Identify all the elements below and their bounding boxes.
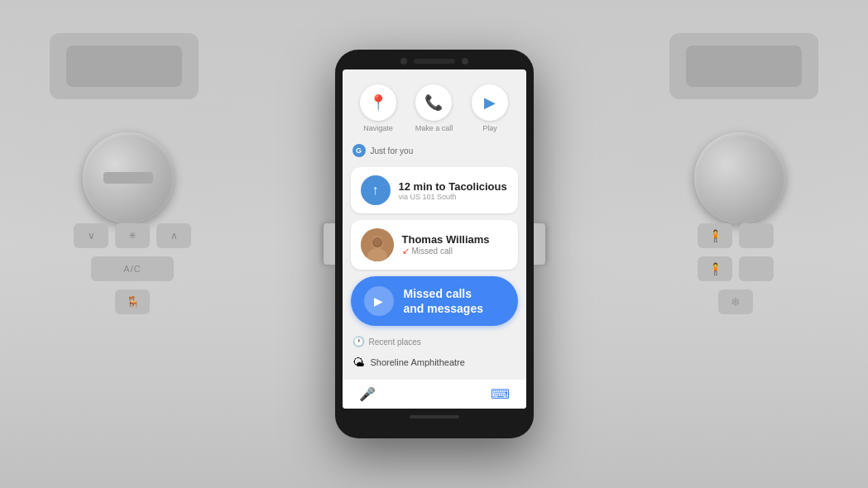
svg-point-4 <box>373 237 381 246</box>
person-icon-2: 🧍 <box>698 256 732 281</box>
nav-info: 12 min to Tacolicious via US 101 South <box>399 180 508 201</box>
ctrl-right-1[interactable] <box>739 223 774 248</box>
phone-mount: 📍 Navigate 📞 Make a call ▶ Play <box>335 50 534 438</box>
play-icon: ▶ <box>472 84 508 121</box>
missed-call-icon: ↙ <box>402 246 410 256</box>
nav-time: 12 min to Tacolicious <box>399 180 508 193</box>
keyboard-icon[interactable]: ⌨ <box>491 386 510 402</box>
avatar-image <box>361 228 394 261</box>
nav-route: via US 101 South <box>399 193 508 201</box>
missed-calls-button[interactable]: ▶ Missed calls and messages <box>351 276 518 326</box>
recent-place-name: Shoreline Amphitheatre <box>371 357 465 367</box>
call-button[interactable]: 📞 Make a call <box>415 84 453 132</box>
phone-screen: 📍 Navigate 📞 Make a call ▶ Play <box>343 69 526 409</box>
contact-info: Thomas Williams ↙ Missed call <box>402 233 508 256</box>
person-icon-1: 🧍 <box>698 223 732 248</box>
right-knob[interactable] <box>694 132 785 223</box>
microphone-icon[interactable]: 🎤 <box>359 386 376 402</box>
contact-status: ↙ Missed call <box>402 246 508 256</box>
right-controls: 🧍 🧍 ❄ <box>653 223 818 323</box>
fan-up-btn[interactable]: ∧ <box>156 223 191 248</box>
mount-clip-left <box>324 223 335 265</box>
recent-place-item[interactable]: 🌤 Shoreline Amphitheatre <box>352 352 516 372</box>
blue-play-icon: ▶ <box>364 286 394 316</box>
place-icon: 🌤 <box>352 356 364 369</box>
bottom-nav-bar: 🎤 ⌨ <box>343 379 526 409</box>
navigate-icon: 📍 <box>360 84 396 121</box>
navigation-card[interactable]: ↑ 12 min to Tacolicious via US 101 South <box>351 167 518 213</box>
phone-top-bar <box>338 58 530 65</box>
call-label: Make a call <box>415 124 453 132</box>
just-for-you-header: G Just for you <box>351 144 518 157</box>
recent-places-section: 🕐 Recent places 🌤 Shoreline Amphitheatre <box>351 333 518 376</box>
phone-speaker <box>414 59 455 64</box>
mount-clip-right <box>534 223 545 265</box>
ac-button[interactable]: A/C <box>91 256 174 281</box>
just-for-you-label: Just for you <box>371 146 414 155</box>
left-knob[interactable] <box>83 132 174 223</box>
left-vent <box>50 33 199 99</box>
right-vent <box>669 33 818 99</box>
fan-down-btn[interactable]: ∨ <box>74 223 108 248</box>
ctrl-right-2[interactable] <box>739 256 774 281</box>
front-camera <box>400 58 407 65</box>
left-controls: ∨ ✳ ∧ A/C 🪑 <box>50 223 215 323</box>
google-icon: G <box>352 144 366 157</box>
recent-header: 🕐 Recent places <box>352 336 516 347</box>
nav-arrow-icon: ↑ <box>361 175 391 205</box>
dashboard: ∨ ✳ ∧ A/C 🪑 🧍 🧍 ❄ <box>0 0 868 488</box>
contact-card[interactable]: Thomas Williams ↙ Missed call <box>351 220 518 270</box>
action-buttons-row: 📍 Navigate 📞 Make a call ▶ Play <box>351 79 518 137</box>
navigate-button[interactable]: 📍 Navigate <box>360 84 396 132</box>
avatar <box>361 228 394 261</box>
call-icon: 📞 <box>415 84 452 121</box>
missed-calls-text: Missed calls and messages <box>404 286 484 316</box>
proximity-sensor <box>462 58 468 65</box>
contact-name: Thomas Williams <box>402 233 508 246</box>
fan-icon: ✳ <box>115 223 150 248</box>
home-indicator <box>410 415 459 419</box>
android-auto-screen: 📍 Navigate 📞 Make a call ▶ Play <box>343 69 526 409</box>
contact-status-text: Missed call <box>412 246 453 256</box>
defrost-icon: ❄ <box>718 289 753 314</box>
play-button[interactable]: ▶ Play <box>472 84 508 132</box>
recent-places-label: Recent places <box>369 337 421 347</box>
phone-frame: 📍 Navigate 📞 Make a call ▶ Play <box>335 50 534 438</box>
play-label: Play <box>482 124 497 132</box>
seat-heat-btn[interactable]: 🪑 <box>115 289 150 314</box>
clock-icon: 🕐 <box>352 336 364 347</box>
navigate-label: Navigate <box>363 124 393 132</box>
